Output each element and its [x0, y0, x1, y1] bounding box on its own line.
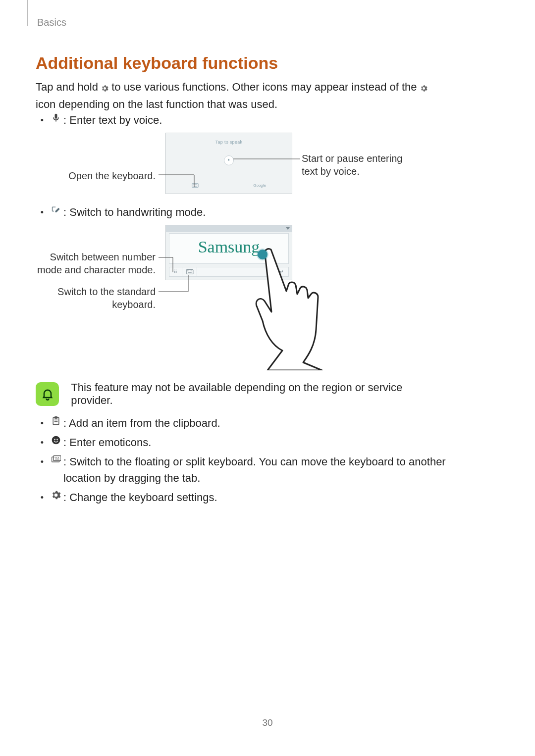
bullet-marker: • — [36, 112, 49, 127]
touch-indicator — [258, 250, 268, 259]
tap-to-speak-label: Tap to speak — [166, 140, 292, 145]
handwriting-topbar — [166, 225, 292, 232]
bullet-settings: • : Change the keyboard settings. — [36, 489, 535, 505]
intro-text-c: icon depending on the last function that… — [36, 98, 277, 110]
voice-open-keyboard-button[interactable] — [192, 183, 199, 189]
callout-start-pause-voice: Start or pause entering text by voice. — [302, 152, 421, 178]
note-bell-icon — [36, 382, 59, 406]
mode-switch-button[interactable]: ⠿ — [169, 267, 182, 276]
bullet-handwriting: • : Switch to handwriting mode. — [36, 204, 295, 220]
note: This feature may not be available depend… — [36, 381, 441, 407]
bullet-emoticons: • : Enter emoticons. — [36, 434, 535, 451]
svg-rect-0 — [192, 184, 198, 188]
gear-icon — [49, 489, 63, 500]
smiley-icon — [49, 434, 63, 445]
svg-point-17 — [54, 439, 55, 440]
keyboard-layout-icon — [49, 454, 63, 464]
bullet-clipboard: • : Add an item from the clipboard. — [36, 415, 535, 431]
bullet-voice: • : Enter text by voice. — [36, 112, 251, 128]
gear-icon — [420, 81, 428, 97]
page-number: 30 — [0, 717, 535, 728]
bullet-clipboard-text: : Add an item from the clipboard. — [63, 415, 535, 431]
section-label: Basics — [37, 17, 66, 28]
voice-provider-label: Google — [253, 183, 266, 189]
bullet-emoticons-text: : Enter emoticons. — [63, 434, 535, 451]
callout-open-keyboard: Open the keyboard. — [50, 169, 156, 182]
keyboard-switch-button[interactable] — [182, 267, 197, 276]
hand-illustration — [248, 247, 327, 370]
top-rule — [27, 0, 28, 26]
callout-switch-mode-line2: mode and character mode. — [37, 264, 156, 275]
svg-rect-6 — [186, 270, 193, 274]
bullet-handwriting-text: : Switch to handwriting mode. — [63, 204, 295, 220]
bullet-floating-text: : Switch to the floating or split keyboa… — [63, 454, 535, 486]
gear-icon — [101, 81, 108, 97]
clipboard-icon — [49, 415, 63, 426]
intro-text-b: to use various functions. Other icons ma… — [111, 81, 420, 93]
callout-switch-standard-line1: Switch to the standard — [57, 286, 156, 297]
bullet-voice-text: : Enter text by voice. — [63, 112, 251, 128]
callout-switch-standard-line2: keyboard. — [112, 299, 156, 310]
callout-switch-mode: Switch between number mode and character… — [35, 251, 156, 276]
callout-switch-mode-line1: Switch between number — [50, 252, 156, 262]
handwriting-icon — [49, 204, 63, 215]
intro-text-a: Tap and hold — [36, 81, 101, 93]
bullet-marker: • — [36, 454, 49, 469]
bullet-floating: • : Switch to the floating or split keyb… — [36, 454, 535, 486]
callout-switch-standard: Switch to the standard keyboard. — [50, 285, 156, 311]
svg-point-18 — [56, 439, 57, 440]
chevron-down-icon — [286, 227, 290, 230]
svg-rect-20 — [54, 456, 61, 461]
voice-input-panel: Tap to speak Google — [165, 133, 292, 194]
page-heading: Additional keyboard functions — [36, 53, 278, 73]
voice-mic-button[interactable] — [224, 155, 234, 165]
microphone-icon — [49, 112, 63, 123]
note-text: This feature may not be available depend… — [71, 381, 441, 407]
svg-rect-13 — [55, 417, 57, 418]
bullet-marker: • — [36, 489, 49, 504]
bullet-settings-text: : Change the keyboard settings. — [63, 489, 535, 505]
bullet-marker: • — [36, 434, 49, 450]
bullet-marker: • — [36, 415, 49, 430]
svg-point-16 — [52, 436, 60, 445]
intro-paragraph: Tap and hold to use various functions. O… — [36, 79, 441, 112]
bullet-marker: • — [36, 204, 49, 219]
